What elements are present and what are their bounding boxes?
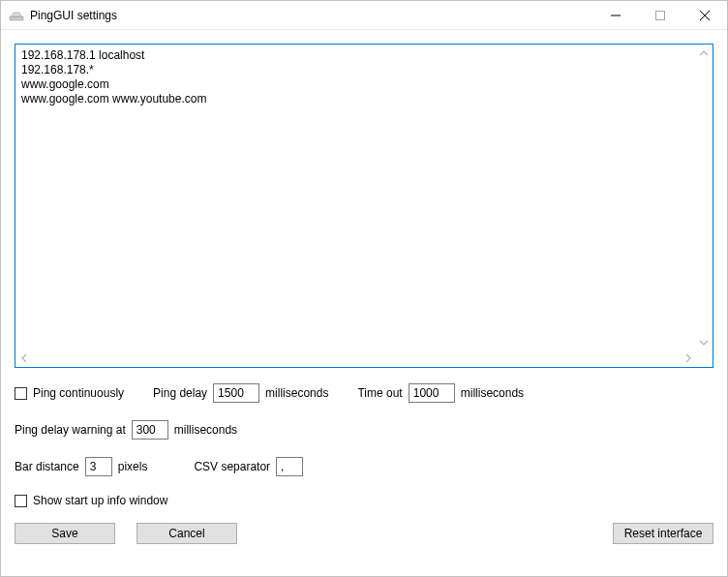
app-icon (9, 8, 24, 23)
ping-delay-label: Ping delay (153, 386, 207, 400)
window-controls (593, 1, 727, 30)
row-bar-csv: Bar distance pixels CSV separator (15, 457, 713, 476)
horizontal-scrollbar[interactable] (15, 351, 697, 367)
ping-delay-warning-label: Ping delay warning at (15, 423, 126, 437)
buttons-row: Save Cancel Reset interface (15, 523, 713, 544)
ping-continuously-label: Ping continuously (33, 386, 124, 400)
bar-distance-unit: pixels (118, 460, 148, 473)
row-ping-delay-warning: Ping delay warning at milliseconds (15, 420, 713, 440)
save-button[interactable]: Save (15, 523, 115, 544)
hosts-textarea-wrap (15, 44, 713, 368)
time-out-unit: milliseconds (461, 386, 524, 400)
ping-continuously-checkbox[interactable] (15, 387, 27, 400)
csv-separator-label: CSV separator (194, 460, 270, 473)
csv-separator-input[interactable] (276, 457, 303, 476)
svg-rect-2 (656, 11, 665, 19)
row-startup-info: Show start up info window (15, 494, 713, 507)
time-out-label: Time out (357, 386, 402, 400)
bar-distance-input[interactable] (85, 457, 112, 476)
window-title: PingGUI settings (30, 9, 593, 22)
hosts-textarea[interactable] (15, 45, 713, 367)
content-area: Ping continuously Ping delay millisecond… (1, 30, 727, 576)
ping-delay-unit: milliseconds (265, 386, 328, 400)
show-startup-info-checkbox[interactable] (15, 495, 27, 507)
settings-window: PingGUI settings (0, 0, 728, 577)
titlebar: PingGUI settings (1, 1, 727, 30)
scroll-right-icon[interactable] (680, 353, 697, 365)
show-startup-info-label: Show start up info window (33, 494, 167, 507)
cancel-button[interactable]: Cancel (136, 523, 237, 544)
close-button[interactable] (682, 1, 727, 30)
time-out-input[interactable] (409, 383, 455, 403)
scroll-down-icon[interactable] (697, 336, 711, 349)
svg-rect-0 (10, 16, 23, 20)
reset-interface-button[interactable]: Reset interface (613, 523, 713, 544)
ping-delay-warning-unit: milliseconds (174, 423, 237, 437)
ping-delay-warning-input[interactable] (132, 420, 168, 440)
bar-distance-label: Bar distance (15, 460, 79, 473)
ping-delay-input[interactable] (213, 383, 259, 403)
maximize-button (638, 1, 682, 30)
scroll-left-icon[interactable] (15, 353, 33, 365)
row-ping-settings: Ping continuously Ping delay millisecond… (15, 383, 713, 403)
scroll-up-icon[interactable] (697, 46, 711, 60)
minimize-button[interactable] (593, 1, 638, 30)
